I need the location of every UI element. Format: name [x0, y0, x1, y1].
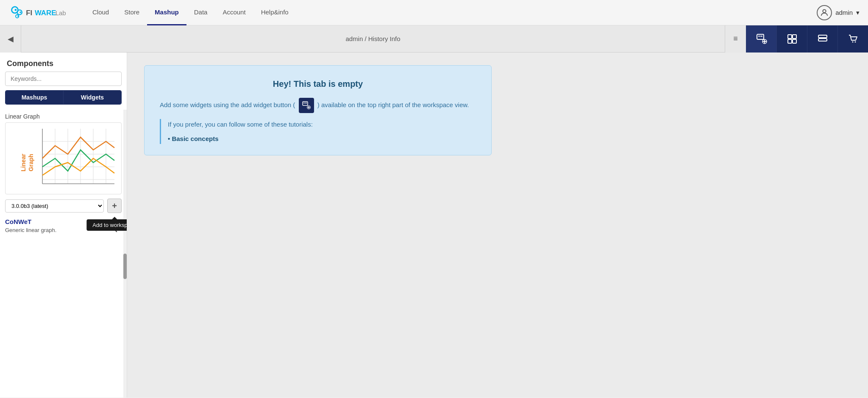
sidebar-inner: Linear Graph: [0, 110, 127, 398]
component-chart: Linear Graph: [8, 124, 119, 192]
scrollbar-thumb[interactable]: [123, 254, 127, 279]
svg-point-4: [19, 11, 21, 13]
search-input[interactable]: [5, 72, 122, 86]
svg-text:Lab: Lab: [56, 9, 66, 16]
scrollbar-track[interactable]: [123, 110, 127, 398]
basic-concepts-link[interactable]: Basic concepts: [172, 135, 218, 142]
svg-text:Linear: Linear: [20, 153, 27, 171]
version-row: 3.0.0b3 (latest) + Add to workspace ↖: [5, 199, 122, 213]
collapse-icon: ◀: [8, 34, 14, 44]
svg-rect-41: [305, 102, 307, 104]
workspace-button[interactable]: [807, 25, 837, 53]
user-name-label: admin: [835, 9, 853, 16]
toolbar-menu-button[interactable]: ≡: [725, 25, 746, 53]
version-select[interactable]: 3.0.0b3 (latest): [5, 199, 104, 213]
svg-rect-17: [793, 35, 796, 39]
main-content: Hey! This tab is empty Add some widgets …: [127, 53, 868, 398]
svg-rect-18: [788, 39, 792, 43]
nav-right: admin ▾: [817, 5, 860, 20]
nav-item-data[interactable]: Data: [186, 0, 215, 25]
component-author: CoNWeT: [0, 216, 127, 226]
logo[interactable]: FI WARE Lab: [8, 4, 72, 21]
nav-item-mashup[interactable]: Mashup: [147, 0, 186, 25]
tab-buttons: Mashups Widgets: [5, 90, 122, 105]
component-preview: Linear Graph: [5, 122, 122, 194]
svg-point-9: [823, 9, 826, 12]
tutorials-intro: If you prefer, you can follow some of th…: [168, 119, 476, 130]
svg-point-23: [854, 41, 856, 42]
nav-item-account[interactable]: Account: [215, 0, 253, 25]
empty-tab-box: Hey! This tab is empty Add some widgets …: [144, 65, 492, 155]
svg-text:Graph: Graph: [28, 154, 34, 171]
add-widget-icon: [756, 33, 767, 44]
component-description: Generic linear graph.: [0, 226, 127, 237]
tutorials-list: Basic concepts: [168, 133, 476, 144]
svg-point-3: [15, 9, 17, 11]
sidebar: Components Mashups Widgets Linear Graph: [0, 53, 127, 398]
add-widget-inline-icon: [299, 98, 314, 113]
cart-icon: [848, 33, 859, 44]
tutorial-item: Basic concepts: [168, 133, 476, 144]
tutorials-section: If you prefer, you can follow some of th…: [160, 119, 476, 144]
svg-point-5: [17, 16, 19, 17]
main-layout: Components Mashups Widgets Linear Graph: [0, 53, 868, 398]
svg-rect-12: [760, 36, 762, 37]
nav-item-store[interactable]: Store: [117, 0, 147, 25]
add-component-button[interactable]: [776, 25, 807, 53]
user-menu[interactable]: admin ▾: [817, 5, 860, 20]
menu-icon: ≡: [733, 34, 738, 43]
add-to-workspace-button[interactable]: +: [107, 199, 122, 213]
empty-tab-title: Hey! This tab is empty: [160, 77, 476, 91]
add-widget-button[interactable]: [746, 25, 776, 53]
svg-rect-19: [793, 39, 796, 43]
svg-rect-21: [818, 39, 827, 41]
components-title: Components: [0, 53, 127, 72]
empty-body-post: ) available on the top right part of the…: [317, 101, 469, 108]
svg-rect-40: [303, 102, 305, 104]
user-dropdown-icon: ▾: [856, 9, 860, 17]
toolbar-actions: [746, 25, 868, 53]
top-nav: FI WARE Lab Cloud Store Mashup Data Acco…: [0, 0, 868, 25]
svg-rect-11: [758, 36, 760, 37]
svg-rect-16: [788, 35, 792, 39]
svg-rect-20: [818, 35, 827, 38]
svg-text:FI: FI: [26, 8, 32, 17]
storage-icon: [817, 33, 828, 44]
collapse-sidebar-button[interactable]: ◀: [0, 25, 21, 53]
add-icon: +: [112, 201, 117, 211]
nav-item-cloud[interactable]: Cloud: [85, 0, 117, 25]
widgets-tab[interactable]: Widgets: [64, 91, 121, 104]
component-name-label: Linear Graph: [0, 110, 127, 122]
empty-body-pre: Add some widgets using the add widget bu…: [160, 101, 295, 108]
mashups-tab[interactable]: Mashups: [6, 91, 64, 104]
nav-links: Cloud Store Mashup Data Account Help&inf…: [85, 0, 817, 25]
puzzle-icon: [787, 33, 798, 44]
cart-button[interactable]: [837, 25, 868, 53]
breadcrumb: admin / History Info: [21, 35, 725, 42]
nav-item-helpinfo[interactable]: Help&info: [253, 0, 296, 25]
svg-text:WARE: WARE: [35, 8, 56, 17]
svg-point-22: [852, 41, 853, 42]
toolbar-row: ◀ admin / History Info ≡: [0, 25, 868, 53]
user-avatar-icon: [817, 5, 832, 20]
empty-tab-body: Add some widgets using the add widget bu…: [160, 98, 476, 113]
